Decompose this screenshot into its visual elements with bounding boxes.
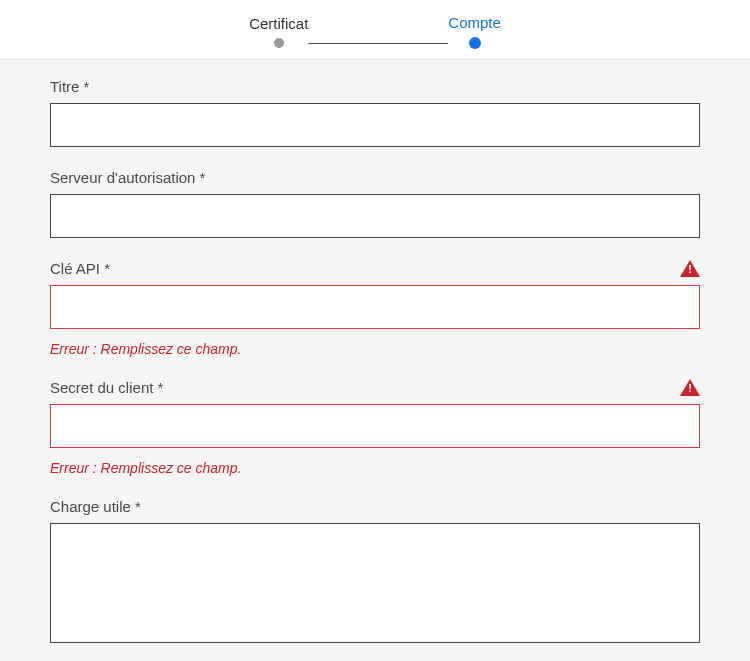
client-secret-label: Secret du client * xyxy=(50,379,163,396)
field-title: Titre * xyxy=(50,78,700,147)
client-secret-input[interactable] xyxy=(50,404,700,448)
warning-icon xyxy=(680,260,700,277)
auth-server-input[interactable] xyxy=(50,194,700,238)
step-certificat[interactable]: Certificat xyxy=(249,15,308,48)
api-key-input[interactable] xyxy=(50,285,700,329)
field-auth-server: Serveur d'autorisation * xyxy=(50,169,700,238)
step-compte[interactable]: Compte xyxy=(448,14,501,49)
title-label: Titre * xyxy=(50,78,89,95)
step-compte-label: Compte xyxy=(448,14,501,31)
field-client-secret: Secret du client * Erreur : Remplissez c… xyxy=(50,379,700,476)
stepper: Certificat Compte xyxy=(0,14,750,49)
api-key-error: Erreur : Remplissez ce champ. xyxy=(50,341,700,357)
step-dot-active xyxy=(469,37,481,49)
auth-server-label: Serveur d'autorisation * xyxy=(50,169,205,186)
title-input[interactable] xyxy=(50,103,700,147)
stepper-header: Certificat Compte xyxy=(0,0,750,60)
step-dot-inactive xyxy=(274,38,284,48)
warning-icon xyxy=(680,379,700,396)
api-key-label: Clé API * xyxy=(50,260,110,277)
field-api-key: Clé API * Erreur : Remplissez ce champ. xyxy=(50,260,700,357)
payload-textarea[interactable] xyxy=(50,523,700,643)
step-certificat-label: Certificat xyxy=(249,15,308,32)
field-payload: Charge utile * xyxy=(50,498,700,647)
client-secret-error: Erreur : Remplissez ce champ. xyxy=(50,460,700,476)
form-container: Titre * Serveur d'autorisation * Clé API… xyxy=(0,60,750,647)
stepper-connector xyxy=(308,43,448,44)
payload-label: Charge utile * xyxy=(50,498,141,515)
